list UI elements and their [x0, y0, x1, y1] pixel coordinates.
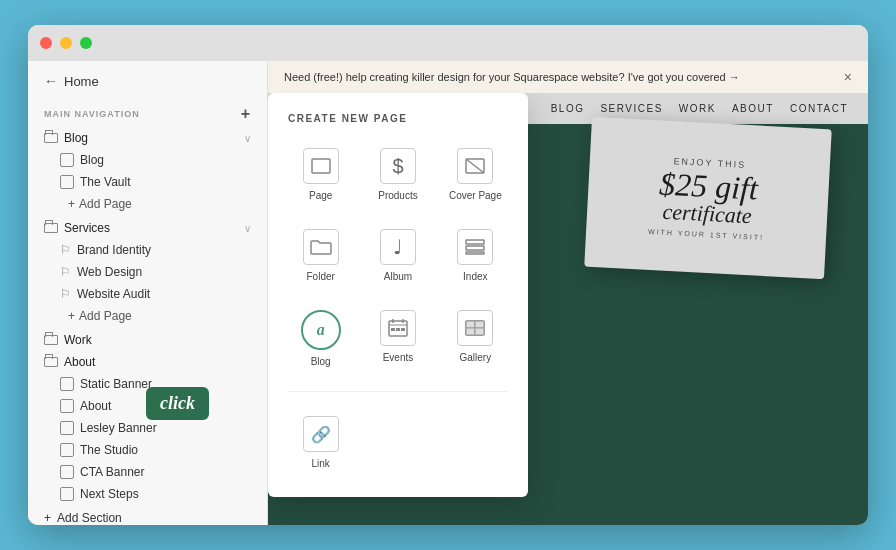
page-icon [303, 148, 339, 184]
sidebar-item-about[interactable]: About [28, 351, 267, 373]
folder-icon [44, 357, 58, 367]
page-type-label: Album [384, 271, 412, 282]
page-type-label: Folder [306, 271, 334, 282]
products-icon: $ [380, 148, 416, 184]
folder-icon [44, 133, 58, 143]
add-page-services[interactable]: + Add Page [28, 305, 267, 327]
divider [288, 391, 508, 392]
blog-icon: a [301, 310, 341, 350]
sidebar-item-lesley-banner[interactable]: Lesley Banner [28, 417, 267, 439]
page-type-label: Products [378, 190, 417, 201]
create-new-page-modal: CREATE NEW PAGE Page $ [268, 93, 528, 497]
page-type-label: Link [311, 458, 329, 469]
page-type-label: Page [309, 190, 332, 201]
promo-banner: Need (free!) help creating killer design… [268, 61, 868, 93]
svg-rect-10 [391, 328, 395, 331]
page-type-cover[interactable]: Cover Page [443, 140, 508, 209]
brush-icon: ⚐ [60, 243, 71, 257]
page-icon [60, 443, 74, 457]
promo-close-button[interactable]: × [844, 69, 852, 85]
page-type-blog[interactable]: a Blog [288, 302, 353, 375]
page-type-index[interactable]: Index [443, 221, 508, 290]
page-type-page[interactable]: Page [288, 140, 353, 209]
sidebar-item-work[interactable]: Work [28, 329, 267, 351]
add-section-item[interactable]: + Add Section [28, 507, 267, 525]
index-icon [457, 229, 493, 265]
sidebar-item-blog-child[interactable]: Blog [28, 149, 267, 171]
svg-rect-17 [475, 328, 484, 335]
svg-line-2 [466, 159, 484, 173]
events-icon [380, 310, 416, 346]
page-icon [60, 399, 74, 413]
svg-rect-12 [401, 328, 405, 331]
sidebar-item-website-audit[interactable]: ⚐ Website Audit [28, 283, 267, 305]
svg-rect-5 [466, 252, 484, 254]
folder-icon [44, 223, 58, 233]
promo-text: Need (free!) help creating killer design… [284, 71, 740, 83]
page-type-label: Index [463, 271, 487, 282]
modal-overlay: CREATE NEW PAGE Page $ [268, 93, 868, 525]
folder-icon [303, 229, 339, 265]
home-label[interactable]: Home [64, 74, 99, 89]
app-window: click ← Home MAIN NAVIGATION + Blog ∨ Bl… [28, 25, 868, 525]
back-arrow-icon[interactable]: ← [44, 73, 58, 89]
page-type-events[interactable]: Events [365, 302, 430, 375]
page-type-products[interactable]: $ Products [365, 140, 430, 209]
maximize-dot[interactable] [80, 37, 92, 49]
svg-rect-15 [475, 321, 484, 328]
sidebar-item-static-banner[interactable]: Static Banner [28, 373, 267, 395]
svg-rect-3 [466, 240, 484, 244]
sidebar-item-studio[interactable]: The Studio [28, 439, 267, 461]
page-type-grid: Page $ Products [288, 140, 508, 477]
nav-group-about: About Static Banner About Lesley Banner … [28, 351, 267, 505]
sidebar-item-blog[interactable]: Blog ∨ [28, 127, 267, 149]
svg-rect-0 [312, 159, 330, 173]
link-icon: 🔗 [303, 416, 339, 452]
page-type-gallery[interactable]: Gallery [443, 302, 508, 375]
sidebar: click ← Home MAIN NAVIGATION + Blog ∨ Bl… [28, 61, 268, 525]
page-type-link[interactable]: 🔗 Link [288, 408, 353, 477]
add-page-blog[interactable]: + Add Page [28, 193, 267, 215]
brush-icon: ⚐ [60, 287, 71, 301]
page-type-label: Blog [311, 356, 331, 367]
page-icon [60, 465, 74, 479]
add-nav-icon[interactable]: + [241, 105, 251, 123]
page-icon [60, 487, 74, 501]
website-preview: BLOG SERVICES WORK ABOUT CONTACT ENJOY T… [268, 93, 868, 525]
sidebar-item-next-steps[interactable]: Next Steps [28, 483, 267, 505]
page-icon [60, 421, 74, 435]
chevron-icon: ∨ [244, 133, 251, 144]
page-icon [60, 377, 74, 391]
sidebar-item-vault[interactable]: The Vault [28, 171, 267, 193]
page-type-label: Events [383, 352, 414, 363]
page-type-album[interactable]: ♩ Album [365, 221, 430, 290]
chevron-icon: ∨ [244, 223, 251, 234]
page-type-label: Gallery [459, 352, 491, 363]
sidebar-item-services[interactable]: Services ∨ [28, 217, 267, 239]
album-icon: ♩ [380, 229, 416, 265]
cover-icon [457, 148, 493, 184]
page-icon [60, 175, 74, 189]
folder-icon [44, 335, 58, 345]
sidebar-item-about-child[interactable]: About [28, 395, 267, 417]
nav-group-blog: Blog ∨ Blog The Vault + Add Page [28, 127, 267, 215]
minimize-dot[interactable] [60, 37, 72, 49]
brush-icon: ⚐ [60, 265, 71, 279]
page-type-label: Cover Page [449, 190, 502, 201]
modal-title: CREATE NEW PAGE [288, 113, 508, 124]
svg-rect-14 [466, 321, 475, 328]
titlebar [28, 25, 868, 61]
sidebar-item-brand-identity[interactable]: ⚐ Brand Identity [28, 239, 267, 261]
gallery-icon [457, 310, 493, 346]
main-navigation-label: MAIN NAVIGATION + [28, 95, 267, 127]
sidebar-item-cta-banner[interactable]: CTA Banner [28, 461, 267, 483]
svg-rect-11 [396, 328, 400, 331]
window-body: click ← Home MAIN NAVIGATION + Blog ∨ Bl… [28, 61, 868, 525]
sidebar-item-web-design[interactable]: ⚐ Web Design [28, 261, 267, 283]
svg-rect-4 [466, 246, 484, 250]
nav-group-services: Services ∨ ⚐ Brand Identity ⚐ Web Design… [28, 217, 267, 327]
close-dot[interactable] [40, 37, 52, 49]
sidebar-header: ← Home [28, 61, 267, 95]
main-area: Need (free!) help creating killer design… [268, 61, 868, 525]
page-type-folder[interactable]: Folder [288, 221, 353, 290]
